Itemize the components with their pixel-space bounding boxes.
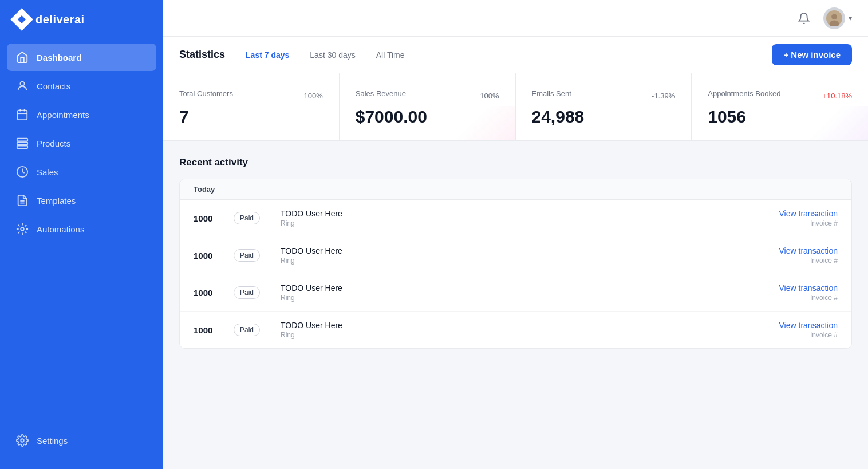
activity-section: Recent activity Today 1000 Paid TODO Use… — [163, 141, 868, 349]
tab-all-time[interactable]: All Time — [367, 46, 414, 64]
table-row: 1000 Paid TODO User Here Ring View trans… — [180, 237, 851, 274]
contacts-icon — [16, 80, 29, 92]
sidebar-item-sales[interactable]: Sales — [7, 158, 156, 186]
metric-emails-sent: Emails Sent -1.39% 24,988 — [516, 73, 692, 140]
metric-pct-emails: -1.39% — [652, 92, 675, 100]
status-badge: Paid — [234, 286, 260, 299]
activity-amount: 1000 — [194, 251, 222, 261]
invoice-number: Invoice # — [779, 257, 838, 265]
avatar — [823, 7, 845, 29]
activity-amount: 1000 — [194, 214, 222, 223]
sidebar-item-settings-label: Settings — [37, 436, 68, 446]
table-row: 1000 Paid TODO User Here Ring View trans… — [180, 312, 851, 348]
svg-point-0 — [20, 82, 24, 86]
metric-pct-revenue: 100% — [480, 92, 499, 100]
main-area: ▾ Statistics Last 7 days Last 30 days Al… — [163, 0, 868, 469]
view-transaction-link[interactable]: View transaction — [779, 209, 838, 218]
invoice-number: Invoice # — [779, 331, 838, 339]
metric-pct-customers: 100% — [304, 92, 323, 100]
metric-pct-appointments: +10.18% — [822, 92, 852, 100]
sales-icon — [16, 165, 29, 178]
activity-user-sub: Ring — [281, 294, 768, 302]
activity-user-name: TODO User Here — [281, 321, 768, 330]
svg-point-11 — [21, 227, 24, 231]
view-transaction-link[interactable]: View transaction — [779, 246, 838, 255]
activity-user-name: TODO User Here — [281, 209, 768, 218]
tab-last-30-days[interactable]: Last 30 days — [301, 46, 364, 64]
stats-bar: Statistics Last 7 days Last 30 days All … — [163, 37, 868, 73]
activity-user: TODO User Here Ring — [281, 246, 768, 265]
nav-bottom: Settings — [0, 420, 163, 469]
topbar: ▾ — [163, 0, 868, 37]
activity-action: View transaction Invoice # — [779, 246, 838, 265]
sidebar-item-templates-label: Templates — [37, 196, 76, 206]
notification-bell[interactable] — [794, 8, 814, 29]
status-badge: Paid — [234, 249, 260, 262]
templates-icon — [16, 194, 29, 207]
invoice-number: Invoice # — [779, 294, 838, 302]
settings-icon — [16, 434, 29, 447]
logo-icon — [10, 8, 33, 31]
activity-user-name: TODO User Here — [281, 246, 768, 255]
metric-label-emails: Emails Sent — [532, 89, 571, 98]
activity-user-sub: Ring — [281, 257, 768, 265]
activity-action: View transaction Invoice # — [779, 321, 838, 339]
logo-text: deliverai — [35, 13, 85, 26]
logo-area[interactable]: deliverai — [0, 0, 163, 39]
sidebar-item-templates[interactable]: Templates — [7, 187, 156, 214]
svg-point-14 — [831, 14, 837, 19]
statistics-title: Statistics — [179, 49, 225, 61]
activity-user-sub: Ring — [281, 331, 768, 339]
view-transaction-link[interactable]: View transaction — [779, 283, 838, 293]
metric-value-emails: 24,988 — [532, 107, 676, 127]
new-invoice-button[interactable]: + New invoice — [772, 44, 852, 65]
sidebar-item-sales-label: Sales — [37, 167, 58, 177]
table-row: 1000 Paid TODO User Here Ring View trans… — [180, 200, 851, 237]
metric-bg-decoration — [447, 106, 515, 140]
products-icon — [16, 137, 29, 149]
status-badge: Paid — [234, 324, 260, 336]
activity-user: TODO User Here Ring — [281, 209, 768, 227]
sidebar: deliverai Dashboard Contacts Appointment… — [0, 0, 163, 469]
calendar-icon — [16, 108, 29, 121]
svg-rect-7 — [17, 146, 27, 149]
metrics-row: Total Customers 100% 7 Sales Revenue 100… — [163, 73, 868, 141]
metric-label-revenue: Sales Revenue — [356, 89, 406, 98]
svg-rect-5 — [17, 139, 27, 141]
invoice-number: Invoice # — [779, 219, 838, 227]
metric-appointments-booked: Appointments Booked +10.18% 1056 — [692, 73, 868, 140]
sidebar-item-contacts-label: Contacts — [37, 81, 70, 91]
table-row: 1000 Paid TODO User Here Ring View trans… — [180, 274, 851, 312]
sidebar-item-dashboard[interactable]: Dashboard — [7, 44, 156, 71]
view-transaction-link[interactable]: View transaction — [779, 321, 838, 330]
activity-amount: 1000 — [194, 325, 222, 335]
activity-action: View transaction Invoice # — [779, 209, 838, 227]
stats-left: Statistics Last 7 days Last 30 days All … — [179, 46, 414, 64]
activity-amount: 1000 — [194, 288, 222, 298]
content-area: Statistics Last 7 days Last 30 days All … — [163, 37, 868, 469]
metric-label-appointments: Appointments Booked — [708, 89, 780, 98]
sidebar-item-settings[interactable]: Settings — [7, 427, 156, 454]
activity-user: TODO User Here Ring — [281, 283, 768, 302]
bell-icon — [798, 12, 810, 25]
user-avatar-wrapper[interactable]: ▾ — [823, 7, 852, 29]
svg-point-12 — [21, 439, 24, 442]
activity-action: View transaction Invoice # — [779, 283, 838, 302]
svg-rect-6 — [17, 142, 27, 145]
tab-last-7-days[interactable]: Last 7 days — [236, 46, 298, 64]
sidebar-item-automations-label: Automations — [37, 224, 84, 234]
nav-items: Dashboard Contacts Appointments Products — [0, 39, 163, 420]
status-badge: Paid — [234, 212, 260, 224]
sidebar-item-automations[interactable]: Automations — [7, 215, 156, 243]
metric-total-customers: Total Customers 100% 7 — [163, 73, 340, 140]
metric-sales-revenue: Sales Revenue 100% $7000.00 — [340, 73, 516, 140]
activity-user: TODO User Here Ring — [281, 321, 768, 339]
metric-label-customers: Total Customers — [179, 89, 233, 98]
chevron-down-icon: ▾ — [849, 14, 852, 22]
sidebar-item-contacts[interactable]: Contacts — [7, 72, 156, 100]
automations-icon — [16, 223, 29, 235]
avatar-image — [826, 10, 842, 26]
svg-rect-1 — [18, 111, 27, 120]
sidebar-item-products[interactable]: Products — [7, 129, 156, 157]
sidebar-item-appointments[interactable]: Appointments — [7, 101, 156, 128]
